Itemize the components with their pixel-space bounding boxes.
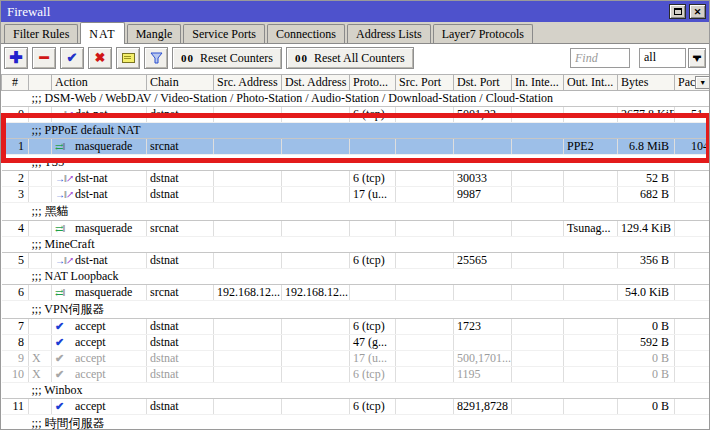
- tab-filter-rules[interactable]: Filter Rules: [4, 24, 78, 43]
- comment-row[interactable]: ;;; DSM-Web / WebDAV / Video-Station / P…: [2, 91, 710, 107]
- in-interface-cell: [512, 335, 564, 351]
- check-icon: ✔: [67, 50, 78, 66]
- table-row[interactable]: 7✔acceptdstnat6 (tcp)17230 B: [2, 319, 710, 335]
- action-label: accept: [75, 367, 106, 381]
- column-header-src-port[interactable]: Src. Port: [396, 75, 454, 91]
- comment-text: ;;; Winbox: [2, 383, 710, 399]
- chain-cell: dstnat: [147, 253, 214, 269]
- bytes-cell: 0 B: [618, 319, 675, 335]
- table-row[interactable]: 11✔acceptdstnat6 (tcp)8291,87280 B: [2, 399, 710, 415]
- comment-icon: [122, 53, 135, 63]
- combo-dropdown-button[interactable]: ▬▼: [688, 48, 706, 68]
- tab-mangle[interactable]: Mangle: [127, 24, 182, 43]
- in-interface-cell: [512, 319, 564, 335]
- dst-address-cell: [282, 399, 350, 415]
- out-interface-cell: [564, 285, 618, 301]
- close-button[interactable]: ✕: [689, 4, 706, 19]
- column-header-action[interactable]: Action: [52, 75, 147, 91]
- add-button[interactable]: ✚: [4, 47, 28, 69]
- tab-address-lists[interactable]: Address Lists: [347, 24, 431, 43]
- maximize-button[interactable]: [669, 4, 686, 19]
- table-row[interactable]: 6⇄‖masqueradesrcnat192.168.12...192.168.…: [2, 285, 710, 301]
- table-row[interactable]: 9X✔acceptdstnat17 (u...500,1701...0 B: [2, 351, 710, 367]
- comment-row[interactable]: ;;; 黑貓: [2, 203, 710, 221]
- tab-service-ports[interactable]: Service Ports: [183, 24, 265, 43]
- comment-text: ;;; MineCraft: [2, 237, 710, 253]
- column-header-bytes[interactable]: Bytes: [618, 75, 675, 91]
- column-menu-button[interactable]: ▼: [695, 76, 710, 89]
- comment-row[interactable]: ;;; MineCraft: [2, 237, 710, 253]
- column-header-out-int-[interactable]: Out. Int...: [564, 75, 618, 91]
- reset-all-counters-button[interactable]: 00 Reset All Counters: [286, 47, 414, 69]
- column-header-dst-port[interactable]: Dst. Port: [454, 75, 512, 91]
- table-row[interactable]: 3→‖↗dst-natdstnat17 (u...9987682 B: [2, 187, 710, 203]
- in-interface-cell: [512, 221, 564, 237]
- dst-address-cell: [282, 319, 350, 335]
- bytes-cell: 6.8 MiB: [618, 139, 675, 155]
- table-row[interactable]: 10X✔acceptdstnat6 (tcp)11950 B: [2, 367, 710, 383]
- table-row[interactable]: 2→‖↗dst-natdstnat6 (tcp)3003352 B: [2, 171, 710, 187]
- firewall-window: Firewall ✕ Filter RulesNATMangleService …: [0, 0, 710, 430]
- table-row[interactable]: 0→‖↗dst-natdstnat6 (tcp)5001,22...2677.8…: [2, 107, 710, 123]
- chain-cell: dstnat: [147, 187, 214, 203]
- filter-combo-value[interactable]: all: [639, 48, 686, 68]
- reset-counters-button[interactable]: 00 Reset Counters: [172, 47, 282, 69]
- column-header-in-inte-[interactable]: In. Inte...: [512, 75, 564, 91]
- find-input[interactable]: [570, 48, 630, 68]
- bytes-cell: 0 B: [618, 367, 675, 383]
- table-row[interactable]: 8✔acceptdstnat47 (g...592 B: [2, 335, 710, 351]
- in-interface-cell: [512, 253, 564, 269]
- table-row[interactable]: 4⇄‖masqueradesrcnatTsunag...129.4 KiB: [2, 221, 710, 237]
- src-address-cell: [214, 187, 282, 203]
- comment-button[interactable]: [116, 47, 140, 69]
- tab-nat[interactable]: NAT: [80, 22, 124, 44]
- chain-cell: dstnat: [147, 351, 214, 367]
- packets-cell: [675, 187, 710, 203]
- masquerade-icon: ⇄‖: [55, 141, 75, 152]
- table-row[interactable]: 1⇄‖masqueradesrcnatPPE26.8 MiB104: [2, 139, 710, 155]
- tab-layer7-protocols[interactable]: Layer7 Protocols: [433, 24, 533, 43]
- dst-nat-icon: →‖↗: [55, 189, 75, 200]
- filter-button[interactable]: [144, 47, 168, 69]
- cross-icon: ✖: [95, 50, 106, 66]
- column-header-proto-[interactable]: Proto...: [350, 75, 396, 91]
- comment-text: ;;; DSM-Web / WebDAV / Video-Station / P…: [2, 91, 710, 107]
- remove-button[interactable]: ━: [32, 47, 56, 69]
- disable-button[interactable]: ✖: [88, 47, 112, 69]
- comment-row[interactable]: ;;; VPN伺服器: [2, 301, 710, 319]
- dst-address-cell: [282, 335, 350, 351]
- action-label: accept: [75, 399, 106, 413]
- column-header-pac[interactable]: Pac▼: [675, 75, 710, 91]
- src-address-cell: [214, 139, 282, 155]
- table-row[interactable]: 5→‖↗dst-natdstnat6 (tcp)25565356 B: [2, 253, 710, 269]
- out-interface-cell: [564, 367, 618, 383]
- comment-row[interactable]: ;;; 時間伺服器: [2, 415, 710, 430]
- window-title: Firewall: [7, 4, 666, 20]
- column-header-#[interactable]: #: [2, 75, 29, 91]
- enable-button[interactable]: ✔: [60, 47, 84, 69]
- comment-row[interactable]: ;;; NAT Loopback: [2, 269, 710, 285]
- chain-cell: dstnat: [147, 367, 214, 383]
- out-interface-cell: Tsunag...: [564, 221, 618, 237]
- protocol-cell: [350, 285, 396, 301]
- action-cell: →‖↗dst-nat: [52, 253, 147, 269]
- comment-row[interactable]: ;;; PPPoE default NAT: [2, 123, 710, 139]
- column-header-dst-address[interactable]: Dst. Address: [282, 75, 350, 91]
- packets-cell: 51: [675, 107, 710, 123]
- column-header-src-address[interactable]: Src. Address: [214, 75, 282, 91]
- dst-address-cell: [282, 107, 350, 123]
- tab-strip: Filter RulesNATMangleService PortsConnec…: [1, 22, 709, 44]
- action-cell: →‖↗dst-nat: [52, 171, 147, 187]
- comment-row[interactable]: ;;; TS3: [2, 155, 710, 171]
- out-interface-cell: [564, 107, 618, 123]
- column-header-chain[interactable]: Chain: [147, 75, 214, 91]
- comment-row[interactable]: ;;; Winbox: [2, 383, 710, 399]
- out-interface-cell: [564, 319, 618, 335]
- column-header-flags[interactable]: [29, 75, 52, 91]
- protocol-cell: 6 (tcp): [350, 107, 396, 123]
- tab-connections[interactable]: Connections: [267, 24, 345, 43]
- dst-address-cell: [282, 221, 350, 237]
- src-address-cell: [214, 171, 282, 187]
- accept-icon: ✔: [55, 368, 75, 381]
- action-cell: ✔accept: [52, 335, 147, 351]
